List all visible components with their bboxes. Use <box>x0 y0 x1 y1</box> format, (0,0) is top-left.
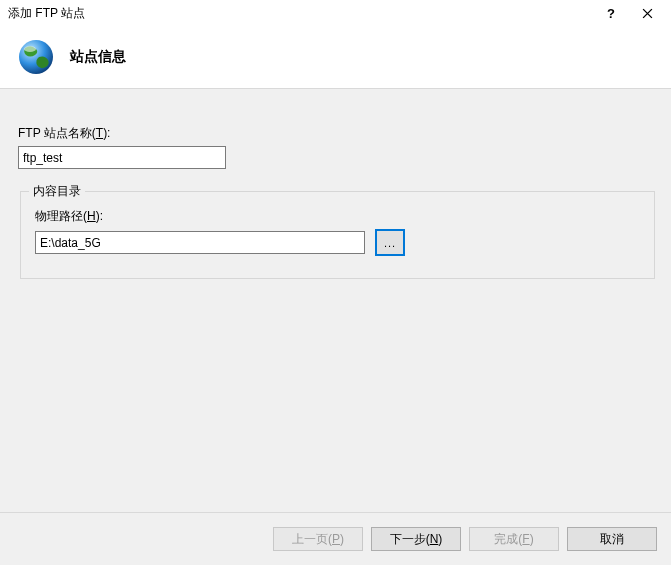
close-button[interactable] <box>629 0 665 26</box>
help-button[interactable]: ? <box>593 0 629 26</box>
browse-button[interactable]: ... <box>375 229 405 256</box>
cancel-button[interactable]: 取消 <box>567 527 657 551</box>
titlebar: 添加 FTP 站点 ? <box>0 0 671 26</box>
svg-point-1 <box>24 46 36 52</box>
close-icon <box>642 8 653 19</box>
finish-button: 完成(F) <box>469 527 559 551</box>
svg-point-0 <box>19 40 53 74</box>
window-title: 添加 FTP 站点 <box>8 5 593 22</box>
wizard-heading: 站点信息 <box>70 48 126 66</box>
next-button[interactable]: 下一步(N) <box>371 527 461 551</box>
wizard-body: FTP 站点名称(T): 内容目录 物理路径(H): ... 上一页(P) 下一… <box>0 89 671 565</box>
content-dir-legend: 内容目录 <box>29 183 85 200</box>
physical-path-label: 物理路径(H): <box>35 208 640 225</box>
physical-path-input[interactable] <box>35 231 365 254</box>
footer-separator <box>0 512 671 513</box>
globe-icon <box>16 37 56 77</box>
wizard-header: 站点信息 <box>0 26 671 88</box>
previous-button: 上一页(P) <box>273 527 363 551</box>
content-dir-group: 内容目录 物理路径(H): ... <box>20 191 655 279</box>
site-name-input[interactable] <box>18 146 226 169</box>
site-name-label: FTP 站点名称(T): <box>18 125 653 142</box>
wizard-footer: 上一页(P) 下一步(N) 完成(F) 取消 <box>273 527 657 551</box>
